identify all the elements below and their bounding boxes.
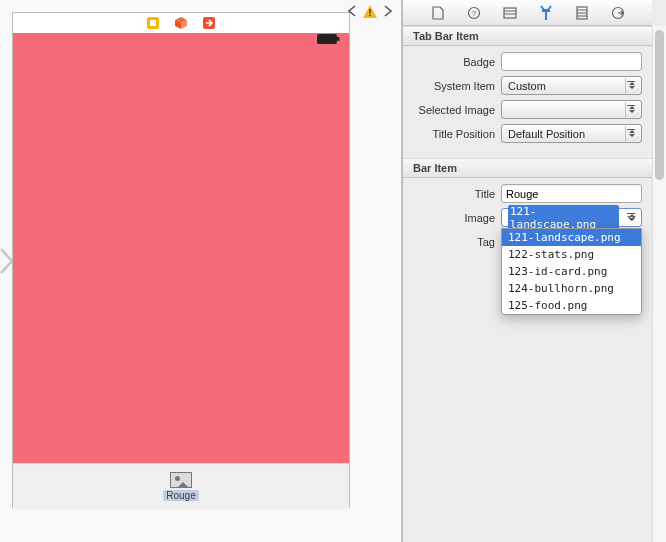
title-position-label: Title Position [413, 128, 501, 140]
exit-icon [202, 16, 216, 30]
title-field[interactable] [501, 184, 642, 203]
form-baritem: Title Image 121-landscape.png 121-la [403, 178, 652, 266]
attributes-inspector-icon[interactable] [538, 5, 554, 21]
scrollbar-thumb[interactable] [655, 30, 664, 180]
tab-bar[interactable]: Rouge [13, 463, 349, 509]
image-option[interactable]: 122-stats.png [502, 246, 641, 263]
inspector-scrollbar[interactable] [652, 26, 666, 542]
system-item-value: Custom [508, 80, 546, 92]
badge-field[interactable] [501, 52, 642, 71]
svg-rect-9 [504, 8, 516, 18]
form-tabbaritem: Badge System Item Custom Selected Image [403, 46, 652, 158]
image-option[interactable]: 121-landscape.png [502, 229, 641, 246]
section-tabbaritem: Tab Bar Item [403, 26, 652, 46]
title-position-combo[interactable]: Default Position [501, 124, 642, 143]
connections-inspector-icon[interactable] [610, 5, 626, 21]
storyboard-id-icon [146, 16, 160, 30]
warning-icon[interactable] [361, 2, 379, 20]
tag-label: Tag [413, 236, 501, 248]
status-bar [13, 33, 349, 47]
selected-image-label: Selected Image [413, 104, 501, 116]
inspector-tabbar: ? [403, 0, 652, 26]
root: Rouge ? [0, 0, 666, 542]
svg-rect-3 [317, 34, 337, 44]
prev-button[interactable] [343, 2, 361, 20]
image-option[interactable]: 123-id-card.png [502, 263, 641, 280]
battery-icon [317, 34, 341, 45]
section-baritem: Bar Item [403, 158, 652, 178]
image-option[interactable]: 125-food.png [502, 297, 641, 314]
inspector-pane: ? Tab Bar Item Badge System Item Custom [402, 0, 666, 542]
canvas-pane: Rouge [0, 0, 402, 542]
badge-label: Badge [413, 56, 501, 68]
svg-rect-4 [337, 37, 340, 41]
image-combo[interactable]: 121-landscape.png [501, 208, 642, 227]
phone-scene[interactable]: Rouge [12, 12, 350, 508]
file-inspector-icon[interactable] [430, 5, 446, 21]
system-item-label: System Item [413, 80, 501, 92]
system-item-combo[interactable]: Custom [501, 76, 642, 95]
tab-bar-item-label: Rouge [163, 490, 198, 501]
tab-bar-item-rouge[interactable]: Rouge [163, 472, 198, 501]
svg-text:?: ? [471, 9, 476, 18]
svg-rect-1 [150, 20, 156, 26]
canvas-body[interactable]: Rouge [0, 0, 401, 542]
next-button[interactable] [379, 2, 397, 20]
image-dropdown[interactable]: 121-landscape.png 122-stats.png 123-id-c… [501, 228, 642, 315]
scene-title-bar [13, 13, 349, 33]
cube-icon [174, 16, 188, 30]
image-label: Image [413, 212, 501, 224]
identity-inspector-icon[interactable] [502, 5, 518, 21]
image-value: 121-landscape.png [508, 205, 619, 231]
image-option[interactable]: 124-bullhorn.png [502, 280, 641, 297]
size-inspector-icon[interactable] [574, 5, 590, 21]
canvas-top-toolbar [339, 0, 401, 22]
main-view[interactable] [13, 47, 349, 463]
selected-image-combo[interactable] [501, 100, 642, 119]
svg-rect-6 [369, 14, 371, 16]
svg-rect-5 [369, 9, 371, 14]
title-label: Title [413, 188, 501, 200]
picture-icon [170, 472, 192, 488]
title-position-value: Default Position [508, 128, 585, 140]
help-inspector-icon[interactable]: ? [466, 5, 482, 21]
